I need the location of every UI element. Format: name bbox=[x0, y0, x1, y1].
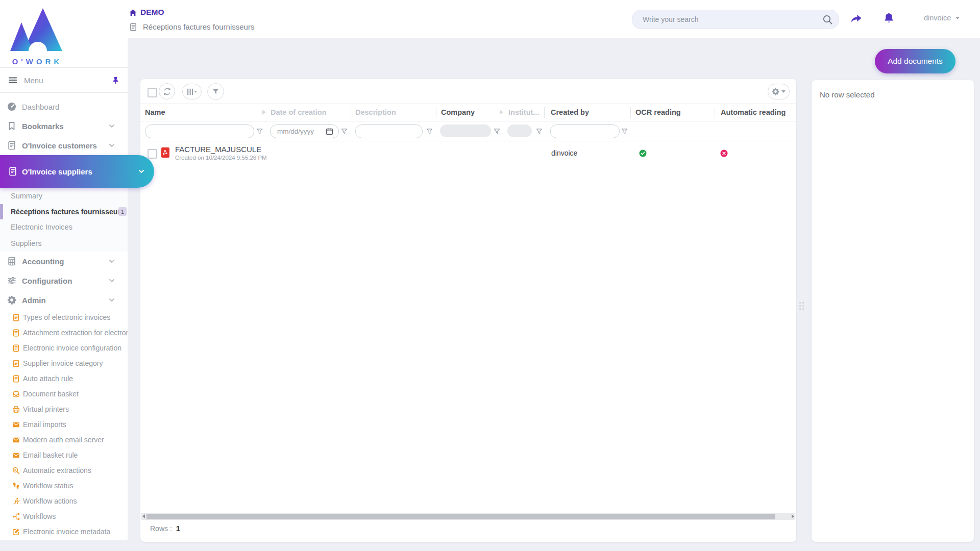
app-root: DEMO Réceptions factures fournisseurs di… bbox=[0, 0, 980, 551]
funnel-icon[interactable] bbox=[256, 128, 263, 135]
admin-item-label: Supplier invoice category bbox=[23, 359, 103, 367]
horizontal-scrollbar[interactable] bbox=[141, 513, 795, 520]
sidebar-item-label: Accounting bbox=[22, 257, 64, 266]
submenu-item-suppliers[interactable]: Suppliers bbox=[0, 235, 128, 252]
notifications-bell-icon[interactable] bbox=[884, 12, 894, 23]
admin-item-document-basket[interactable]: Document basket bbox=[0, 386, 128, 402]
row-created-by: dinvoice bbox=[551, 149, 577, 157]
table-row[interactable]: FACTURE_MAJUSCULE Created on 10/24/2024 … bbox=[140, 141, 796, 166]
sidebar-item-oinvoice-suppliers[interactable]: O'Invoice suppliers bbox=[0, 155, 154, 188]
admin-item-auto-attach-rule[interactable]: Auto attach rule bbox=[0, 371, 128, 386]
admin-item-electronic-invoice-metadata[interactable]: Electronic invoice metadata bbox=[0, 524, 128, 539]
admin-item-attachment-extraction[interactable]: Attachment extraction for electron bbox=[0, 325, 128, 340]
column-header-date-of-creation[interactable]: Date of creation bbox=[271, 104, 327, 121]
admin-item-workflows[interactable]: Workflows bbox=[0, 509, 128, 524]
breadcrumb[interactable]: DEMO bbox=[129, 8, 164, 17]
search-input[interactable] bbox=[642, 10, 812, 29]
submenu-item-summary[interactable]: Summary bbox=[0, 188, 128, 204]
brand-name: O'WORK bbox=[5, 57, 69, 66]
search-icon[interactable] bbox=[822, 14, 832, 24]
date-placeholder: mm/dd/yyyy bbox=[277, 128, 322, 135]
admin-item-label: Attachment extraction for electron bbox=[23, 329, 128, 337]
magnifier-icon bbox=[12, 467, 20, 474]
date-filter-field[interactable]: mm/dd/yyyy bbox=[270, 124, 339, 138]
home-icon bbox=[129, 9, 137, 16]
admin-item-types-electronic-invoices[interactable]: Types of electronic invoices bbox=[0, 310, 128, 325]
submenu-item-receptions-factures[interactable]: Réceptions factures fournisseur 1 bbox=[0, 204, 128, 219]
scrollbar-thumb[interactable] bbox=[146, 514, 775, 519]
column-header-institution[interactable]: Institut... bbox=[508, 104, 539, 121]
divider bbox=[436, 107, 436, 118]
admin-item-modern-auth-email-server[interactable]: Modern auth email server bbox=[0, 432, 128, 447]
rows-label: Rows : bbox=[150, 524, 172, 533]
admin-item-supplier-invoice-category[interactable]: Supplier invoice category bbox=[0, 356, 128, 371]
active-indicator bbox=[0, 204, 3, 219]
scroll-left-arrow-icon[interactable] bbox=[142, 514, 145, 518]
submenu-item-label: Suppliers bbox=[11, 239, 41, 247]
admin-item-email-basket-rule[interactable]: Email basket rule bbox=[0, 447, 128, 463]
admin-item-email-imports[interactable]: Email imports bbox=[0, 417, 128, 432]
user-menu[interactable]: dinvoice bbox=[924, 14, 960, 22]
column-header-automatic-reading[interactable]: Automatic reading bbox=[721, 104, 786, 121]
bookmark-icon bbox=[7, 121, 16, 131]
admin-item-electronic-invoice-configuration[interactable]: Electronic invoice configuration bbox=[0, 340, 128, 356]
rows-footer: Rows : 1 bbox=[150, 524, 180, 533]
scroll-right-arrow-icon[interactable] bbox=[792, 514, 794, 518]
row-checkbox[interactable] bbox=[148, 149, 157, 159]
columns-button[interactable] bbox=[182, 84, 202, 99]
sidebar-item-dashboard[interactable]: Dashboard bbox=[0, 97, 128, 116]
share-icon[interactable] bbox=[849, 13, 863, 25]
table-toolbar bbox=[140, 79, 796, 104]
funnel-icon[interactable] bbox=[426, 128, 433, 135]
description-filter-input[interactable] bbox=[362, 125, 418, 138]
admin-item-automatic-extractions[interactable]: Automatic extractions bbox=[0, 463, 128, 478]
invoice-icon bbox=[7, 141, 16, 150]
column-header-company[interactable]: Company bbox=[441, 104, 475, 121]
admin-item-workflow-status[interactable]: Workflow status bbox=[0, 478, 128, 493]
submenu-item-label: Electronic Invoices bbox=[11, 223, 72, 231]
column-header-ocr-reading[interactable]: OCR reading bbox=[635, 104, 681, 121]
divider bbox=[351, 107, 351, 118]
sidebar-item-configuration[interactable]: Configuration bbox=[0, 271, 128, 290]
divider bbox=[544, 107, 545, 118]
table-settings-button[interactable] bbox=[768, 84, 790, 99]
gear-icon bbox=[772, 88, 779, 95]
sidebar-item-accounting[interactable]: Accounting bbox=[0, 252, 128, 271]
sidebar-item-bookmarks[interactable]: Bookmarks bbox=[0, 116, 128, 136]
admin-item-virtual-printers[interactable]: Virtual printers bbox=[0, 402, 128, 417]
rows-count: 1 bbox=[176, 524, 180, 533]
sidebar-item-admin[interactable]: Admin bbox=[0, 290, 128, 310]
sidebar-item-label: Dashboard bbox=[22, 103, 59, 111]
calendar-icon[interactable] bbox=[326, 128, 333, 135]
inbox-icon bbox=[12, 390, 20, 398]
funnel-icon[interactable] bbox=[536, 128, 543, 135]
add-documents-button[interactable]: Add documents bbox=[875, 49, 955, 73]
chevron-down-icon bbox=[138, 168, 145, 175]
sidebar-item-oinvoice-customers[interactable]: O'Invoice customers bbox=[0, 136, 128, 155]
submenu-item-electronic-invoices[interactable]: Electronic Invoices bbox=[0, 219, 128, 235]
panel-resize-handle[interactable] bbox=[799, 302, 804, 310]
funnel-icon[interactable] bbox=[621, 128, 628, 135]
sidebar-item-label: Admin bbox=[22, 296, 46, 305]
row-document-name: FACTURE_MAJUSCULE bbox=[175, 145, 261, 154]
sidebar-nav: Dashboard Bookmarks O'Invoice customers … bbox=[0, 93, 128, 539]
hamburger-icon[interactable] bbox=[8, 76, 17, 85]
funnel-icon[interactable] bbox=[494, 128, 500, 135]
expand-arrow-icon[interactable] bbox=[262, 110, 266, 115]
name-filter-field bbox=[145, 124, 254, 138]
funnel-icon[interactable] bbox=[341, 128, 348, 135]
column-header-description[interactable]: Description bbox=[355, 104, 396, 121]
expand-arrow-icon[interactable] bbox=[500, 110, 503, 115]
created-by-filter-input[interactable] bbox=[557, 125, 615, 138]
printer-icon bbox=[12, 406, 20, 413]
column-header-name[interactable]: Name bbox=[145, 104, 165, 121]
refresh-button[interactable] bbox=[159, 83, 175, 99]
pin-icon[interactable] bbox=[112, 77, 119, 84]
filter-button[interactable] bbox=[207, 83, 224, 100]
sidebar-item-label: O'Invoice suppliers bbox=[22, 167, 92, 176]
name-filter-input[interactable] bbox=[152, 125, 250, 138]
admin-item-workflow-actions[interactable]: Workflow actions bbox=[0, 493, 128, 509]
sidebar-item-label: Bookmarks bbox=[22, 122, 64, 131]
select-all-checkbox[interactable] bbox=[148, 88, 157, 97]
column-header-created-by[interactable]: Created by bbox=[551, 104, 589, 121]
